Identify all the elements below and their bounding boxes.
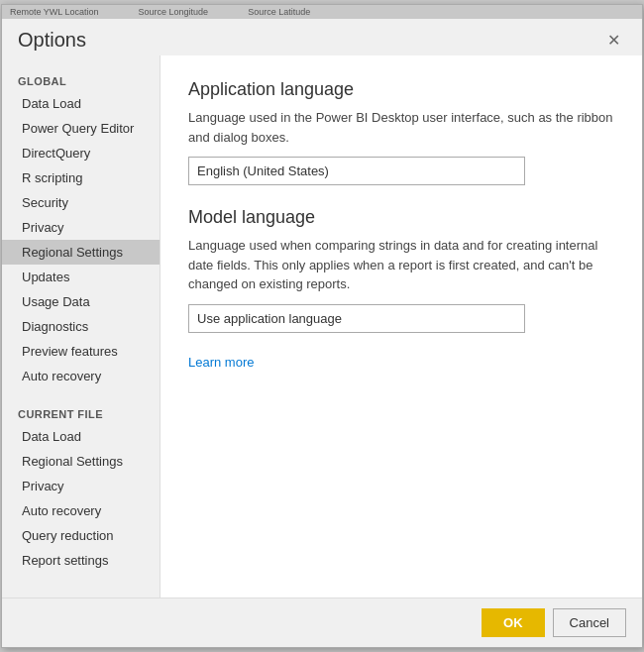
sidebar-item-direct-query[interactable]: DirectQuery bbox=[2, 141, 160, 165]
model-language-title: Model language bbox=[188, 207, 614, 228]
cancel-button[interactable]: Cancel bbox=[553, 608, 626, 637]
sidebar-item-diagnostics[interactable]: Diagnostics bbox=[2, 314, 160, 339]
dialog-title: Options bbox=[18, 29, 86, 52]
sidebar-item-regional-settings[interactable]: Regional Settings bbox=[2, 240, 160, 265]
current-file-section-label: CURRENT FILE bbox=[2, 400, 160, 424]
sidebar-item-data-load[interactable]: Data Load bbox=[2, 91, 160, 116]
sidebar-item-usage-data[interactable]: Usage Data bbox=[2, 289, 160, 314]
main-content: Application language Language used in th… bbox=[161, 55, 642, 598]
app-language-title: Application language bbox=[188, 79, 614, 100]
app-language-dropdown[interactable]: English (United States) bbox=[188, 157, 525, 185]
close-button[interactable]: ✕ bbox=[601, 29, 626, 52]
top-bar: Remote YWL Location Source Longitude Sou… bbox=[2, 5, 642, 19]
model-language-dropdown-container: Use application language bbox=[188, 304, 614, 333]
ok-button[interactable]: OK bbox=[482, 608, 545, 637]
sidebar-item-cf-report-settings[interactable]: Report settings bbox=[2, 548, 160, 573]
sidebar-item-preview-features[interactable]: Preview features bbox=[2, 339, 160, 364]
app-language-desc: Language used in the Power BI Desktop us… bbox=[188, 108, 614, 147]
model-language-desc: Language used when comparing strings in … bbox=[188, 236, 614, 294]
sidebar-item-power-query-editor[interactable]: Power Query Editor bbox=[2, 116, 160, 141]
sidebar-item-auto-recovery-global[interactable]: Auto recovery bbox=[2, 364, 160, 388]
sidebar-item-privacy[interactable]: Privacy bbox=[2, 215, 160, 240]
app-language-dropdown-container: English (United States) bbox=[188, 157, 614, 185]
dialog-body: GLOBAL Data Load Power Query Editor Dire… bbox=[2, 55, 642, 598]
sidebar-item-r-scripting[interactable]: R scripting bbox=[2, 165, 160, 190]
learn-more-link[interactable]: Learn more bbox=[188, 355, 254, 370]
sidebar-item-cf-privacy[interactable]: Privacy bbox=[2, 474, 160, 498]
sidebar-item-cf-data-load[interactable]: Data Load bbox=[2, 424, 160, 449]
sidebar-item-cf-query-reduction[interactable]: Query reduction bbox=[2, 523, 160, 548]
sidebar-item-updates[interactable]: Updates bbox=[2, 265, 160, 289]
model-language-dropdown[interactable]: Use application language bbox=[188, 304, 525, 333]
sidebar-item-cf-auto-recovery[interactable]: Auto recovery bbox=[2, 498, 160, 523]
sidebar-item-security[interactable]: Security bbox=[2, 190, 160, 215]
global-section-label: GLOBAL bbox=[2, 67, 160, 91]
title-bar: Options ✕ bbox=[2, 19, 642, 55]
dialog-footer: OK Cancel bbox=[2, 598, 642, 647]
sidebar: GLOBAL Data Load Power Query Editor Dire… bbox=[2, 55, 161, 598]
sidebar-item-cf-regional-settings[interactable]: Regional Settings bbox=[2, 449, 160, 474]
